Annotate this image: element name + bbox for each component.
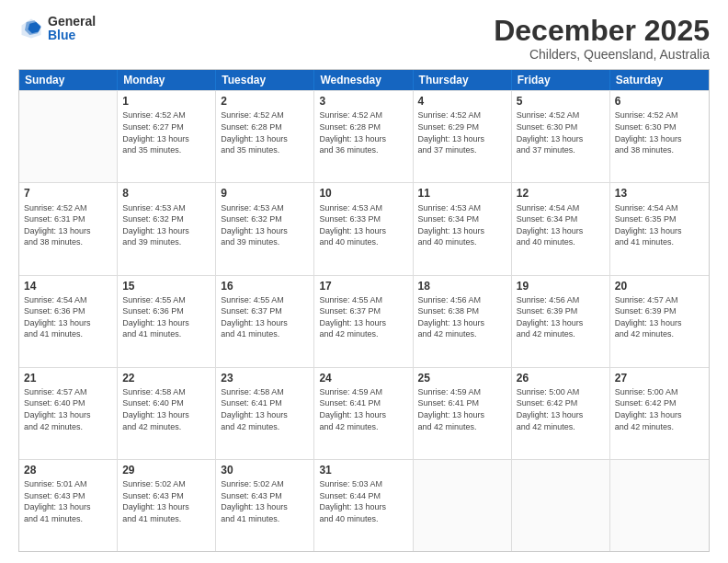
calendar-cell: 17Sunrise: 4:55 AM Sunset: 6:37 PM Dayli… [314,276,413,367]
calendar-cell: 26Sunrise: 5:00 AM Sunset: 6:42 PM Dayli… [512,368,610,459]
day-number: 13 [615,186,704,201]
cell-info: Sunrise: 4:57 AM Sunset: 6:40 PM Dayligh… [24,386,112,432]
header-day-tuesday: Tuesday [216,70,314,90]
cell-info: Sunrise: 4:54 AM Sunset: 6:36 PM Dayligh… [24,294,112,340]
day-number: 31 [319,463,407,477]
day-number: 5 [517,94,605,109]
day-number: 14 [24,279,112,293]
header-day-thursday: Thursday [414,70,512,90]
day-number: 19 [517,279,605,293]
logo-blue-text: Blue [48,28,75,42]
calendar-cell: 11Sunrise: 4:53 AM Sunset: 6:34 PM Dayli… [414,183,512,274]
cell-info: Sunrise: 4:58 AM Sunset: 6:40 PM Dayligh… [122,386,210,432]
cell-info: Sunrise: 4:53 AM Sunset: 6:33 PM Dayligh… [319,202,407,248]
calendar-row-0: 1Sunrise: 4:52 AM Sunset: 6:27 PM Daylig… [19,90,709,182]
cell-info: Sunrise: 4:52 AM Sunset: 6:28 PM Dayligh… [221,109,309,155]
day-number: 30 [221,463,309,477]
calendar-cell: 22Sunrise: 4:58 AM Sunset: 6:40 PM Dayli… [118,368,216,459]
cell-info: Sunrise: 5:01 AM Sunset: 6:43 PM Dayligh… [24,478,112,524]
calendar-cell: 1Sunrise: 4:52 AM Sunset: 6:27 PM Daylig… [118,91,216,182]
page: General Blue December 2025 Childers, Que… [0,0,728,563]
calendar-cell: 16Sunrise: 4:55 AM Sunset: 6:37 PM Dayli… [216,276,314,367]
calendar-cell: 12Sunrise: 4:54 AM Sunset: 6:34 PM Dayli… [512,183,610,274]
cell-info: Sunrise: 4:56 AM Sunset: 6:38 PM Dayligh… [418,294,506,340]
cell-info: Sunrise: 4:59 AM Sunset: 6:41 PM Dayligh… [418,386,506,432]
calendar-cell: 28Sunrise: 5:01 AM Sunset: 6:43 PM Dayli… [19,460,118,551]
cell-info: Sunrise: 4:53 AM Sunset: 6:32 PM Dayligh… [221,202,309,248]
header-day-monday: Monday [118,70,216,90]
header-day-wednesday: Wednesday [314,70,413,90]
calendar-cell: 30Sunrise: 5:02 AM Sunset: 6:43 PM Dayli… [216,460,314,551]
cell-info: Sunrise: 4:57 AM Sunset: 6:39 PM Dayligh… [615,294,704,340]
cell-info: Sunrise: 5:00 AM Sunset: 6:42 PM Dayligh… [517,386,605,432]
day-number: 23 [221,371,309,385]
calendar-cell: 14Sunrise: 4:54 AM Sunset: 6:36 PM Dayli… [19,276,118,367]
cell-info: Sunrise: 4:52 AM Sunset: 6:27 PM Dayligh… [122,109,210,155]
header-day-sunday: Sunday [19,70,118,90]
cell-info: Sunrise: 4:52 AM Sunset: 6:30 PM Dayligh… [615,109,704,155]
day-number: 18 [418,279,506,293]
calendar-cell: 21Sunrise: 4:57 AM Sunset: 6:40 PM Dayli… [19,368,118,459]
cell-info: Sunrise: 4:56 AM Sunset: 6:39 PM Dayligh… [517,294,605,340]
day-number: 29 [122,463,210,477]
cell-info: Sunrise: 4:54 AM Sunset: 6:34 PM Dayligh… [517,202,605,248]
calendar-cell: 25Sunrise: 4:59 AM Sunset: 6:41 PM Dayli… [414,368,512,459]
day-number: 15 [122,279,210,293]
day-number: 21 [24,371,112,385]
day-number: 17 [319,279,407,293]
day-number: 25 [418,371,506,385]
calendar-cell: 9Sunrise: 4:53 AM Sunset: 6:32 PM Daylig… [216,183,314,274]
day-number: 27 [615,371,704,385]
calendar-cell: 2Sunrise: 4:52 AM Sunset: 6:28 PM Daylig… [216,91,314,182]
month-title: December 2025 [494,15,710,47]
cell-info: Sunrise: 4:55 AM Sunset: 6:37 PM Dayligh… [221,294,309,340]
cell-info: Sunrise: 5:00 AM Sunset: 6:42 PM Dayligh… [615,386,704,432]
calendar-cell: 4Sunrise: 4:52 AM Sunset: 6:29 PM Daylig… [414,91,512,182]
calendar-cell [414,460,512,551]
calendar-body: 1Sunrise: 4:52 AM Sunset: 6:27 PM Daylig… [19,90,709,551]
calendar-cell: 18Sunrise: 4:56 AM Sunset: 6:38 PM Dayli… [414,276,512,367]
logo-icon [18,16,44,41]
cell-info: Sunrise: 4:54 AM Sunset: 6:35 PM Dayligh… [615,202,704,248]
calendar-cell: 10Sunrise: 4:53 AM Sunset: 6:33 PM Dayli… [314,183,413,274]
calendar-cell: 31Sunrise: 5:03 AM Sunset: 6:44 PM Dayli… [314,460,413,551]
day-number: 11 [418,186,506,201]
calendar-cell: 7Sunrise: 4:52 AM Sunset: 6:31 PM Daylig… [19,183,118,274]
day-number: 28 [24,463,112,477]
calendar-cell: 29Sunrise: 5:02 AM Sunset: 6:43 PM Dayli… [118,460,216,551]
day-number: 12 [517,186,605,201]
header-day-friday: Friday [512,70,610,90]
calendar-cell [19,91,118,182]
cell-info: Sunrise: 4:55 AM Sunset: 6:37 PM Dayligh… [319,294,407,340]
cell-info: Sunrise: 5:02 AM Sunset: 6:43 PM Dayligh… [122,478,210,524]
cell-info: Sunrise: 5:02 AM Sunset: 6:43 PM Dayligh… [221,478,309,524]
calendar-cell: 8Sunrise: 4:53 AM Sunset: 6:32 PM Daylig… [118,183,216,274]
calendar-row-3: 21Sunrise: 4:57 AM Sunset: 6:40 PM Dayli… [19,367,709,459]
day-number: 1 [122,94,210,109]
day-number: 6 [615,94,704,109]
day-number: 16 [221,279,309,293]
calendar-cell: 5Sunrise: 4:52 AM Sunset: 6:30 PM Daylig… [512,91,610,182]
calendar-cell [512,460,610,551]
cell-info: Sunrise: 4:52 AM Sunset: 6:28 PM Dayligh… [319,109,407,155]
day-number: 9 [221,186,309,201]
calendar-row-4: 28Sunrise: 5:01 AM Sunset: 6:43 PM Dayli… [19,459,709,551]
calendar-cell [610,460,709,551]
calendar: SundayMondayTuesdayWednesdayThursdayFrid… [18,69,710,552]
cell-info: Sunrise: 4:53 AM Sunset: 6:32 PM Dayligh… [122,202,210,248]
day-number: 8 [122,186,210,201]
calendar-cell: 20Sunrise: 4:57 AM Sunset: 6:39 PM Dayli… [610,276,709,367]
day-number: 4 [418,94,506,109]
day-number: 10 [319,186,407,201]
cell-info: Sunrise: 4:52 AM Sunset: 6:29 PM Dayligh… [418,109,506,155]
day-number: 26 [517,371,605,385]
logo: General Blue [18,15,96,43]
cell-info: Sunrise: 4:53 AM Sunset: 6:34 PM Dayligh… [418,202,506,248]
cell-info: Sunrise: 4:55 AM Sunset: 6:36 PM Dayligh… [122,294,210,340]
header: General Blue December 2025 Childers, Que… [18,15,710,62]
cell-info: Sunrise: 4:58 AM Sunset: 6:41 PM Dayligh… [221,386,309,432]
day-number: 20 [615,279,704,293]
title-block: December 2025 Childers, Queensland, Aust… [494,15,710,62]
day-number: 24 [319,371,407,385]
day-number: 22 [122,371,210,385]
